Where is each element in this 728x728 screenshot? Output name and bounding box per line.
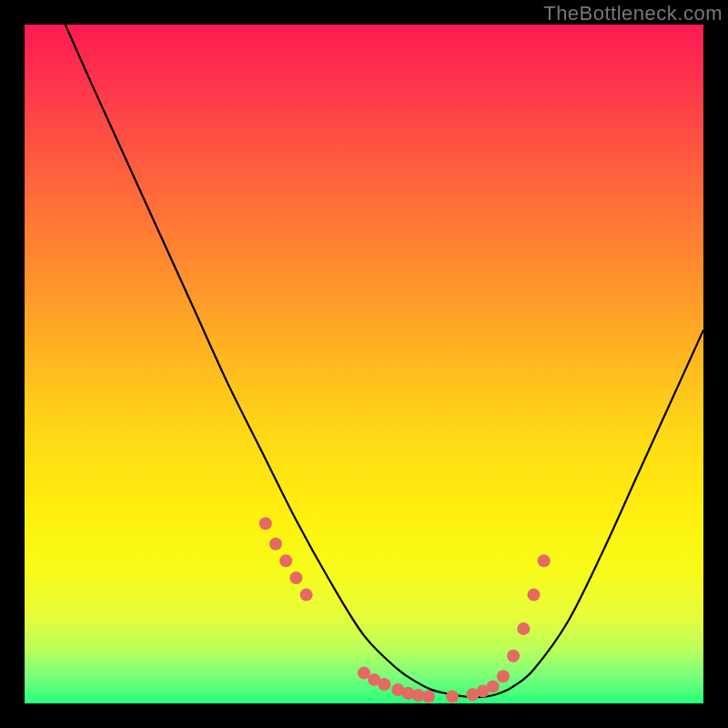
- highlight-dot: [497, 670, 510, 682]
- highlight-dot: [517, 622, 530, 635]
- highlight-dot: [279, 554, 292, 567]
- highlight-dot: [507, 650, 520, 662]
- highlight-dot: [528, 589, 541, 602]
- watermark-text: TheBottleneck.com: [543, 2, 723, 25]
- highlight-dot: [422, 691, 435, 703]
- highlight-dot: [446, 691, 459, 703]
- gradient-plot-area: [25, 25, 703, 703]
- highlight-dot: [259, 517, 272, 530]
- bottleneck-curve-svg: [25, 25, 703, 703]
- chart-frame: TheBottleneck.com: [0, 0, 728, 728]
- highlight-dot: [289, 571, 302, 584]
- highlight-dot: [538, 554, 551, 567]
- bottleneck-curve-path: [66, 25, 703, 697]
- highlight-dot: [487, 680, 500, 693]
- highlight-dot: [300, 589, 313, 602]
- highlight-dot: [269, 538, 282, 551]
- highlight-dot: [378, 678, 390, 691]
